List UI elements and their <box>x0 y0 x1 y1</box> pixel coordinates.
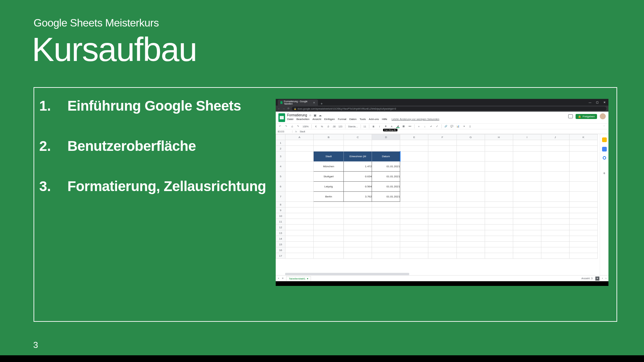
account-avatar[interactable] <box>600 113 606 119</box>
explore-icon[interactable]: ✦ <box>595 277 599 281</box>
tasks-icon[interactable] <box>602 147 607 152</box>
col-header[interactable]: G <box>457 134 485 140</box>
link-icon[interactable]: 🔗 <box>444 125 448 128</box>
menu-tools[interactable]: Tools <box>360 118 366 121</box>
row-header[interactable]: 8 <box>276 202 285 207</box>
spreadsheet-grid[interactable]: A B C D E F G H I J K <box>276 134 600 275</box>
fill-color-icon[interactable]: ◢ <box>396 125 399 128</box>
row-header[interactable]: 7 <box>276 192 285 202</box>
data-cell[interactable]: 3.762 <box>344 192 372 202</box>
data-cell[interactable]: 1.472 <box>344 162 372 172</box>
share-button[interactable]: 🔒 Freigeben <box>576 114 597 119</box>
rotate-icon[interactable]: ⤢ <box>435 125 439 128</box>
menu-einfuegen[interactable]: Einfügen <box>324 118 335 121</box>
reload-icon[interactable]: ⟳ <box>287 107 290 110</box>
row-header[interactable]: 5 <box>276 172 285 182</box>
data-cell[interactable]: 01.01.2021 <box>372 162 400 172</box>
italic-icon[interactable]: I <box>378 125 381 128</box>
document-title[interactable]: Formatierung <box>287 113 307 117</box>
sheet-tab-menu-icon[interactable]: ▾ <box>307 277 308 280</box>
row-header[interactable]: 11 <box>276 219 285 225</box>
increase-decimal-icon[interactable]: .00 <box>332 125 336 128</box>
menu-hilfe[interactable]: Hilfe <box>382 118 387 121</box>
tab-close-icon[interactable]: ✕ <box>313 101 315 104</box>
menu-ansicht[interactable]: Ansicht <box>312 118 321 121</box>
row-header[interactable]: 4 <box>276 162 285 172</box>
bold-icon[interactable]: B <box>372 125 375 128</box>
menu-format[interactable]: Format <box>338 118 346 121</box>
col-header[interactable]: F <box>428 134 457 140</box>
menu-bearbeiten[interactable]: Bearbeiten <box>297 118 310 121</box>
currency-icon[interactable]: € <box>314 125 318 128</box>
col-header[interactable]: I <box>513 134 541 140</box>
menu-daten[interactable]: Daten <box>350 118 357 121</box>
row-header[interactable]: 1 <box>276 140 285 146</box>
data-header-cell[interactable]: Einwohner (M <box>344 152 372 162</box>
col-header[interactable]: D <box>372 134 400 140</box>
all-sheets-button[interactable]: ≡ <box>282 277 284 280</box>
last-edit-message[interactable]: Letzte Änderung vor wenigen Sekunden <box>391 118 439 121</box>
row-header[interactable]: 9 <box>276 207 285 213</box>
percent-icon[interactable]: % <box>320 125 324 128</box>
keep-icon[interactable] <box>602 137 607 142</box>
font-select[interactable]: Standa… <box>348 125 358 128</box>
data-cell[interactable]: Berlin <box>314 192 344 202</box>
star-icon[interactable]: ☆ <box>309 114 312 117</box>
data-cell[interactable]: Leipzig <box>314 182 344 192</box>
select-all-corner[interactable] <box>276 134 285 140</box>
col-header[interactable]: H <box>485 134 513 140</box>
back-icon[interactable]: ← <box>278 108 280 110</box>
text-color-icon[interactable]: A <box>390 125 393 128</box>
comment-icon[interactable]: 💬 <box>450 125 454 128</box>
data-cell[interactable]: 01.01.2021 <box>372 192 400 202</box>
forward-icon[interactable]: → <box>282 108 285 110</box>
undo-icon[interactable]: ↶ <box>278 125 282 128</box>
window-minimize-button[interactable]: — <box>589 101 591 104</box>
row-header[interactable]: 3 <box>276 152 285 162</box>
row-header[interactable]: 14 <box>276 236 285 242</box>
collapse-toolbar-icon[interactable]: ˆ <box>602 125 606 128</box>
data-cell[interactable]: Stuttgart <box>314 172 344 182</box>
decrease-decimal-icon[interactable]: .0 <box>326 125 330 128</box>
valign-icon[interactable]: ↕ <box>423 125 427 128</box>
url-input[interactable]: 🔒 docs.google.com/spreadsheets/d/1GCf0lL… <box>292 107 606 111</box>
contacts-icon[interactable] <box>603 156 606 160</box>
data-cell[interactable]: 0.564 <box>344 182 372 192</box>
redo-icon[interactable]: ↷ <box>284 125 288 128</box>
data-cell[interactable]: 0.634 <box>344 172 372 182</box>
wrap-icon[interactable]: ↲ <box>429 125 433 128</box>
data-cell[interactable]: 01.01.2021 <box>372 172 400 182</box>
col-header[interactable]: J <box>541 134 569 140</box>
row-header[interactable]: 15 <box>276 242 285 247</box>
chart-icon[interactable]: 📊 <box>457 125 460 128</box>
comments-icon[interactable] <box>568 114 573 118</box>
add-sheet-button[interactable]: + <box>278 277 279 280</box>
sheets-logo-icon[interactable] <box>278 113 285 122</box>
paint-format-icon[interactable]: ✎ <box>297 125 300 128</box>
window-close-button[interactable]: ✕ <box>603 101 606 104</box>
addons-plus-icon[interactable]: + <box>603 171 605 176</box>
print-icon[interactable]: ⎙ <box>290 125 294 128</box>
row-header[interactable]: 12 <box>276 225 285 230</box>
strikethrough-icon[interactable]: S̶ <box>384 125 387 128</box>
menu-addons[interactable]: Add-ons <box>369 118 379 121</box>
formula-content[interactable]: Stadt <box>300 130 305 133</box>
data-cell[interactable]: 01.01.2021 <box>372 182 400 192</box>
col-header[interactable]: C <box>344 134 372 140</box>
row-header[interactable]: 2 <box>276 146 285 152</box>
merge-icon[interactable]: ⇥⇤ <box>408 125 412 128</box>
halign-icon[interactable]: ≡ <box>417 125 421 128</box>
browser-tab-active[interactable]: Formatierung - Google Tabellen ✕ <box>278 100 318 106</box>
data-cell[interactable]: München <box>314 162 344 172</box>
count-summary[interactable]: Anzahl: 3 <box>581 277 592 280</box>
col-header[interactable]: E <box>400 134 428 140</box>
col-header[interactable]: A <box>285 134 314 140</box>
borders-icon[interactable]: ▦ <box>402 125 406 128</box>
data-header-cell[interactable]: Datum <box>372 152 400 162</box>
data-header-cell[interactable]: Stadt <box>314 152 344 162</box>
sheet-tab[interactable]: Tabellenblatt1 ▾ <box>286 276 311 281</box>
col-header[interactable]: K <box>569 134 597 140</box>
row-header[interactable]: 13 <box>276 230 285 236</box>
window-maximize-button[interactable]: ▢ <box>596 101 599 104</box>
menu-datei[interactable]: Datei <box>287 118 293 121</box>
